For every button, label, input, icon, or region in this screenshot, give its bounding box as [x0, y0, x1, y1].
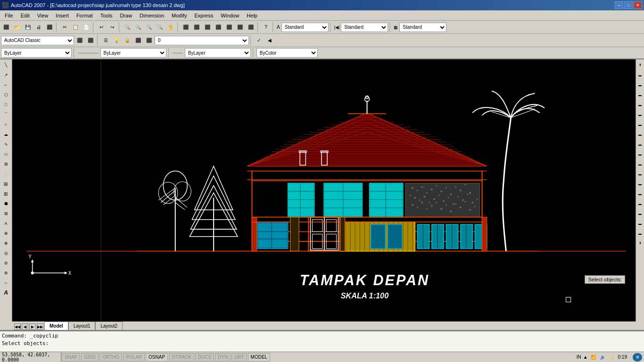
modify4[interactable]: ⊘	[1, 258, 11, 268]
layer-btn4[interactable]: ⬛	[133, 35, 143, 46]
paste-button[interactable]: 📄	[81, 22, 91, 33]
menu-insert[interactable]: Insert	[52, 10, 73, 20]
rt-btn-18[interactable]: ▬	[636, 229, 644, 238]
rt-btn-16[interactable]: ▬	[636, 209, 644, 218]
tablestyle-select[interactable]: Standard	[399, 23, 446, 32]
lwt-toggle[interactable]: LWT	[231, 353, 247, 362]
tab-last-btn[interactable]: ▶▶	[37, 323, 43, 330]
maximize-button[interactable]: □	[624, 1, 633, 9]
region-tool[interactable]: ⬢	[1, 199, 11, 208]
rt-btn-5[interactable]: ▬	[636, 100, 644, 109]
layer-select[interactable]: 0	[155, 36, 249, 45]
start-button[interactable]: ⊞	[633, 353, 642, 362]
menu-express[interactable]: Express	[190, 10, 217, 20]
line-tool[interactable]: ╲	[1, 60, 11, 70]
osnap-toggle[interactable]: OSNAP	[146, 353, 168, 362]
print-button[interactable]: 🖨	[33, 22, 44, 33]
modify3[interactable]: ◎	[1, 248, 11, 258]
arc-tool[interactable]: ⌒	[1, 110, 11, 119]
rt-btn-10[interactable]: ▬	[636, 149, 644, 159]
menu-file[interactable]: File	[1, 10, 17, 20]
table-tool[interactable]: ⊞	[1, 209, 11, 218]
model-toggle[interactable]: MODEL	[248, 353, 271, 362]
command-line[interactable]: Command: _copyclip Select objects:	[0, 331, 644, 352]
drawing-canvas[interactable]: Y X TAMPAK DEPAN SKALA 1:100 Select obje…	[12, 59, 636, 321]
menu-dimension[interactable]: Dimension	[136, 10, 168, 20]
tab-layout2[interactable]: Layout2	[95, 321, 123, 330]
print-preview-button[interactable]: ⬛	[44, 22, 55, 33]
gradient-tool[interactable]: ▥	[1, 189, 11, 198]
workspace-btn2[interactable]: ⬛	[85, 35, 96, 46]
mtext-tool[interactable]: A	[1, 219, 11, 228]
rt-btn-4[interactable]: ▬	[636, 90, 644, 99]
undo-button[interactable]: ↩	[96, 22, 107, 33]
menu-view[interactable]: View	[33, 10, 52, 20]
modify2[interactable]: ⊗	[1, 239, 11, 248]
cut-button[interactable]: ✂	[59, 22, 70, 33]
text-tool[interactable]: A	[1, 288, 11, 297]
dimstyle-select[interactable]: Standard	[341, 23, 388, 32]
tool1[interactable]: ⬛	[181, 22, 191, 33]
save-button[interactable]: 💾	[23, 22, 33, 33]
insert-tool[interactable]: ⊞	[1, 159, 11, 169]
zoom-prev-button[interactable]: 🔍	[155, 22, 165, 33]
tab-first-btn[interactable]: ◀◀	[14, 323, 21, 330]
rt-btn-1[interactable]: ⬆	[636, 60, 644, 70]
tool5[interactable]: ⬛	[224, 22, 234, 33]
spline-tool[interactable]: ∿	[1, 140, 11, 149]
polar-toggle[interactable]: POLAR	[123, 353, 145, 362]
color-select[interactable]: ByLayer	[1, 48, 72, 58]
rt-btn-9[interactable]: ▬	[636, 140, 644, 149]
point-tool[interactable]: ·	[1, 169, 11, 179]
workspace-btn[interactable]: ⬛	[74, 35, 85, 46]
snap-toggle[interactable]: SNAP	[62, 353, 80, 362]
menu-help[interactable]: Help	[243, 10, 261, 20]
copy-button[interactable]: 📋	[70, 22, 81, 33]
ortho-toggle[interactable]: ORTHO	[99, 353, 122, 362]
circle-tool[interactable]: ○	[1, 120, 11, 129]
revcloud-tool[interactable]: ☁	[1, 130, 11, 139]
plotstyle-select[interactable]: ByColor	[256, 48, 318, 58]
rt-btn-3[interactable]: ▬	[636, 80, 644, 90]
modify5[interactable]: ⊛	[1, 268, 11, 278]
lineweight-select[interactable]: ByLayer	[185, 48, 251, 58]
rt-btn-15[interactable]: ▬	[636, 199, 644, 208]
ducs-toggle[interactable]: DUCS	[195, 353, 214, 362]
help-btn[interactable]: ?	[261, 22, 271, 33]
open-button[interactable]: 📂	[12, 22, 22, 33]
layer-btn1[interactable]: ☰	[100, 35, 111, 46]
menu-modify[interactable]: Modify	[168, 10, 190, 20]
tab-next-btn[interactable]: ▶	[29, 323, 36, 330]
layer-btn3[interactable]: 🔒	[122, 35, 132, 46]
rt-btn-8[interactable]: ▬	[636, 130, 644, 139]
zoom-in-button[interactable]: 🔍	[122, 22, 132, 33]
pan-button[interactable]: ✋	[165, 22, 176, 33]
rt-btn-13[interactable]: ▬	[636, 179, 644, 189]
tool6[interactable]: ⬛	[235, 22, 245, 33]
menu-draw[interactable]: Draw	[116, 10, 136, 20]
tool7[interactable]: ⬛	[246, 22, 256, 33]
polyline-tool[interactable]: ⌐	[1, 80, 11, 90]
linetype-select[interactable]: ByLayer	[100, 48, 166, 58]
ray-tool[interactable]: ↗	[1, 70, 11, 80]
workspace-select[interactable]: AutoCAD Classic	[1, 36, 74, 45]
zoom-ext-button[interactable]: 🔍	[144, 22, 154, 33]
rt-btn-2[interactable]: ▬	[636, 70, 644, 80]
otrack-toggle[interactable]: OTRACK	[169, 353, 194, 362]
polygon-tool[interactable]: ⬡	[1, 90, 11, 99]
rt-btn-19[interactable]: ⬇	[636, 239, 644, 248]
modify6[interactable]: ↔	[1, 278, 11, 288]
grid-toggle[interactable]: GRID	[81, 353, 99, 362]
rt-btn-6[interactable]: ▬	[636, 110, 644, 119]
rt-btn-11[interactable]: ▬	[636, 159, 644, 169]
make-current-btn[interactable]: ✓	[254, 35, 264, 46]
rt-btn-14[interactable]: ▬	[636, 189, 644, 198]
rt-btn-12[interactable]: ▬	[636, 169, 644, 179]
tab-layout1[interactable]: Layout1	[68, 321, 96, 330]
menu-format[interactable]: Format	[73, 10, 97, 20]
rectangle-tool[interactable]: □	[1, 100, 11, 109]
menu-edit[interactable]: Edit	[17, 10, 33, 20]
new-button[interactable]: ⬛	[1, 22, 11, 33]
rt-btn-17[interactable]: ▬	[636, 219, 644, 228]
close-button[interactable]: ✕	[634, 1, 642, 9]
